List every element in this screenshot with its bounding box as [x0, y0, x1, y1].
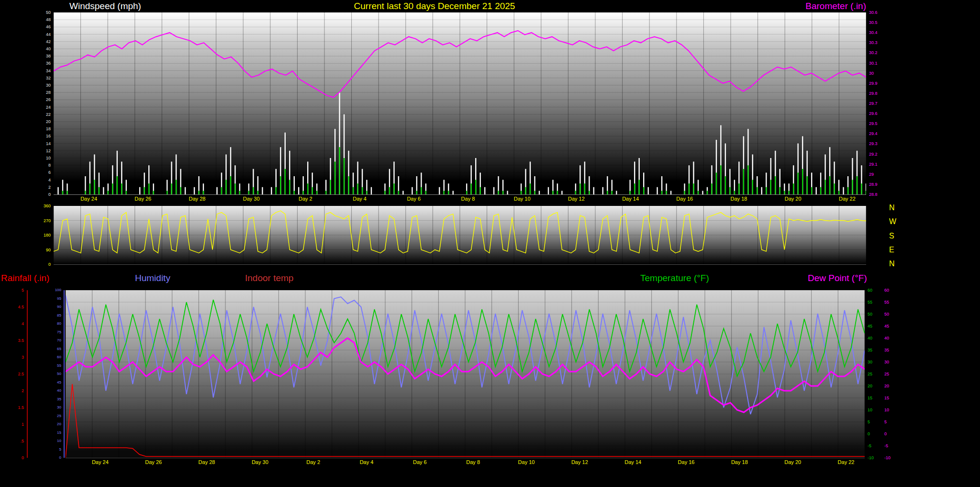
axis-tick-label: 34	[46, 68, 51, 73]
axis-tick-label: 29.3	[869, 142, 878, 146]
axis-tick-label: -10	[884, 456, 891, 460]
gridlines	[54, 12, 866, 194]
barometer-axis-title: Barometer (.in)	[746, 1, 866, 11]
axis-tick-label: 29	[869, 172, 874, 176]
wind-direction-chart	[54, 206, 866, 265]
axis-tick-label: 38	[46, 54, 51, 58]
axis-tick-label: 5	[59, 448, 61, 452]
x-axis-day-label: Day 16	[678, 459, 695, 465]
axis-tick-label: 4.5	[18, 305, 24, 309]
axis-tick-label: 20	[868, 384, 872, 388]
axis-tick-label: .5	[20, 439, 24, 443]
y-axis-rainfall: 54.543.532.521.51.50	[11, 290, 25, 458]
axis-tick-label: 15	[884, 396, 889, 400]
axis-tick-label: 29.9	[869, 81, 878, 85]
gridlines	[66, 290, 865, 458]
x-axis-day-label: Day 26	[134, 196, 151, 202]
x-axis-day-label: Day 26	[145, 459, 162, 465]
axis-tick-label: 5	[22, 288, 24, 293]
x-axis-day-label: Day 18	[731, 459, 748, 465]
axis-tick-label: 0	[22, 456, 24, 460]
x-axis-day-label: Day 28	[199, 459, 215, 465]
axis-tick-label: 95	[57, 297, 61, 301]
axis-tick-label: 2	[48, 185, 51, 189]
y-axis-windspeed: 5048464442403836343230282624222018161412…	[33, 12, 52, 194]
axis-tick-label: 10	[57, 439, 61, 443]
axis-tick-label: 4	[48, 178, 51, 182]
axis-tick-label: 28	[46, 91, 51, 95]
axis-tick-label: 26	[46, 98, 51, 102]
axis-tick-label: 5	[868, 420, 870, 424]
axis-tick-label: 24	[46, 105, 51, 109]
axis-tick-label: 35	[884, 348, 889, 352]
x-axis-day-label: Day 30	[252, 459, 268, 465]
x-axis-day-label: Day 28	[189, 196, 206, 202]
axis-tick-label: 4	[22, 322, 24, 326]
axis-tick-label: 28.9	[869, 182, 878, 186]
axis-tick-label: 29.1	[869, 162, 878, 166]
x-axis-day-label: Day 18	[731, 196, 747, 202]
x-axis-day-label: Day 8	[466, 459, 480, 465]
axis-tick-label: 40	[46, 47, 51, 51]
x-axis-day-label: Day 8	[461, 196, 475, 202]
axis-tick-label: 180	[44, 233, 51, 238]
axis-tick-label: 30	[884, 360, 889, 364]
dew-point-label: Dew Point (°F)	[808, 273, 867, 283]
axis-tick-label: 5	[884, 420, 887, 424]
windspeed-barometer-chart	[54, 12, 866, 195]
axis-tick-label: 30.6	[869, 11, 878, 15]
axis-tick-label: 25	[868, 372, 872, 376]
axis-tick-label: 35	[868, 348, 872, 352]
axis-tick-label: 60	[868, 288, 872, 293]
axis-tick-label: 85	[57, 314, 61, 317]
axis-tick-label: 55	[57, 364, 61, 368]
axis-tick-label: 32	[46, 76, 51, 80]
axis-tick-label: 270	[44, 218, 51, 223]
axis-tick-label: 50	[884, 312, 889, 317]
y-axis-barometer: 30.630.530.430.330.230.13029.929.829.729…	[868, 12, 892, 194]
axis-tick-label: 30.2	[869, 51, 878, 55]
compass-direction-label: E	[889, 246, 894, 254]
axis-tick-label: 29.6	[869, 112, 878, 116]
axis-tick-label: 22	[46, 112, 51, 116]
axis-tick-label: 20	[57, 422, 61, 426]
x-axis-day-label: Day 6	[407, 196, 421, 202]
axis-tick-label: 30	[869, 71, 874, 75]
axis-tick-label: 28.8	[869, 193, 878, 197]
windspeed-barometer-canvas	[54, 12, 866, 194]
axis-tick-label: 0	[59, 456, 61, 460]
humidity-axis-line	[64, 290, 65, 458]
axis-tick-label: 29.8	[869, 91, 878, 95]
axis-tick-label: 45	[57, 381, 61, 385]
x-axis-day-label: Day 12	[571, 459, 588, 465]
axis-tick-label: 29.4	[869, 132, 878, 136]
axis-tick-label: 12	[46, 148, 51, 153]
axis-tick-label: -10	[868, 456, 874, 460]
weather-graphs-screen: { "title": "Current last 30 days Decembe…	[0, 0, 980, 487]
axis-tick-label: 2.5	[18, 372, 24, 376]
axis-tick-label: 3	[22, 355, 24, 360]
axis-tick-label: 20	[884, 384, 889, 388]
axis-tick-label: 10	[46, 156, 51, 160]
x-axis-day-label: Day 22	[838, 459, 855, 465]
axis-tick-label: 30	[57, 406, 61, 409]
axis-tick-label: 16	[46, 134, 51, 138]
axis-tick-label: 3.5	[18, 339, 24, 343]
axis-tick-label: 10	[884, 408, 889, 412]
axis-tick-label: 40	[57, 389, 61, 393]
compass-axis: NWSEN	[889, 208, 905, 264]
axis-tick-label: 60	[884, 288, 889, 293]
x-axis-day-label: Day 4	[360, 459, 374, 465]
x-axis-top: Day 24Day 26Day 28Day 30Day 2Day 4Day 6D…	[54, 196, 866, 204]
axis-tick-label: 45	[884, 324, 889, 328]
axis-tick-label: 6	[48, 170, 51, 175]
x-axis-day-label: Day 12	[568, 196, 585, 202]
x-axis-day-label: Day 24	[80, 196, 97, 202]
x-axis-day-label: Day 10	[518, 459, 535, 465]
x-axis-day-label: Day 10	[514, 196, 531, 202]
x-axis-day-label: Day 20	[785, 196, 802, 202]
chart-title: Current last 30 days December 21 2025	[0, 1, 869, 11]
y-axis-humidity: 1009590858075706560555045403530252015105…	[46, 290, 62, 458]
x-axis-day-label: Day 22	[839, 196, 856, 202]
axis-tick-label: 50	[868, 312, 872, 317]
